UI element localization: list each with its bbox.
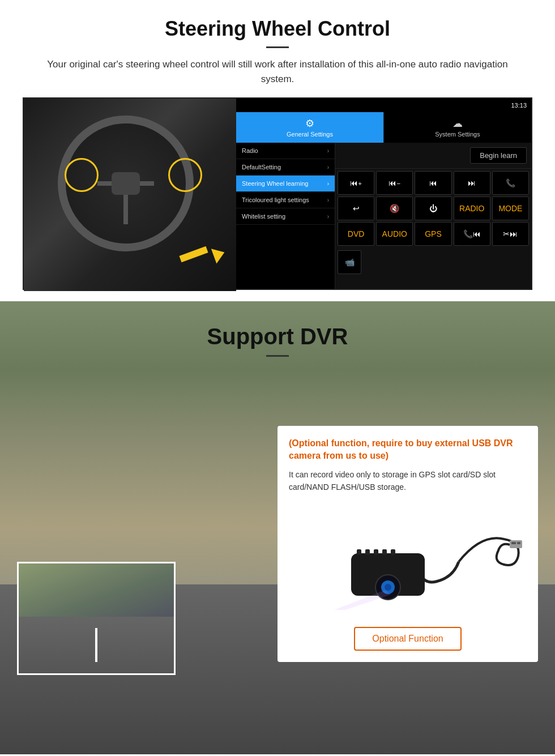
dvr-desc-text: It can record video only to storage in G… [289,468,527,494]
ctrl-radio[interactable]: RADIO [454,197,490,220]
dvr-camera-image [289,505,527,618]
svg-rect-0 [510,540,522,548]
svg-rect-9 [374,549,378,555]
indicator-arrow [180,240,225,268]
dvr-optional-text: (Optional function, require to buy exter… [289,437,527,463]
svg-rect-1 [511,542,516,544]
chevron-right-icon: › [327,181,329,187]
highlight-circle-left [65,158,99,192]
svg-rect-11 [391,549,395,555]
steering-center [112,172,140,195]
steering-title: Steering Wheel Control [23,17,532,41]
settings-body: Radio › DefaultSetting › Steering Wheel … [236,143,531,289]
svg-rect-8 [365,549,370,555]
chevron-right-icon: › [327,164,329,170]
dvr-inset-screenshot [17,562,176,675]
tab-general-settings[interactable]: ⚙ General Settings [236,112,383,143]
settings-menu: Radio › DefaultSetting › Steering Wheel … [236,143,335,289]
dvr-title-area: Support DVR [0,301,555,374]
tab-system-label: System Settings [435,131,480,138]
gear-icon: ⚙ [305,117,314,130]
ctrl-dvd[interactable]: DVD [338,222,374,246]
arrow-body [179,246,208,262]
android-mockup: 13:13 ⚙ General Settings ☁ System Settin… [23,97,532,290]
ctrl-vol-up[interactable]: ⏮+ [338,171,374,195]
steering-description: Your original car's steering wheel contr… [34,57,521,86]
menu-radio-label: Radio [242,147,258,154]
menu-default-label: DefaultSetting [242,164,281,170]
menu-item-tricolour[interactable]: Tricoloured light settings › [236,192,335,208]
highlight-circle-right [168,158,202,192]
settings-tabs[interactable]: ⚙ General Settings ☁ System Settings [236,112,531,143]
dvr-section: Support DVR (Optional function, require … [0,301,555,754]
extra-button-row: 📹 [335,248,531,276]
ctrl-gps[interactable]: GPS [415,222,451,246]
settings-content-panel: Begin learn ⏮+ ⏮− ⏮ ⏭ 📞 ↩ 🔇 ⏻ RADIO MODE [335,143,531,289]
dvr-title: Support DVR [0,324,555,349]
dvr-info-card: (Optional function, require to buy exter… [278,426,538,662]
menu-tricolour-label: Tricoloured light settings [242,197,309,203]
steering-photo [24,99,236,291]
menu-item-whitelist[interactable]: Whitelist setting › [236,208,335,225]
ctrl-power[interactable]: ⏻ [415,197,451,220]
svg-rect-7 [357,549,361,555]
menu-whitelist-label: Whitelist setting [242,213,285,220]
menu-item-default[interactable]: DefaultSetting › [236,159,335,176]
ctrl-audio[interactable]: AUDIO [376,222,413,246]
dvr-camera-svg [289,511,527,613]
svg-point-6 [385,584,391,591]
optional-function-button[interactable]: Optional Function [354,627,461,651]
ctrl-mode[interactable]: MODE [492,197,529,220]
svg-rect-2 [517,542,520,544]
dvr-divider [266,355,289,357]
arrow-head [211,245,227,263]
menu-item-radio[interactable]: Radio › [236,143,335,159]
ctrl-vol-down[interactable]: ⏮− [376,171,413,195]
chevron-right-icon: › [327,213,329,220]
steering-section: Steering Wheel Control Your original car… [0,0,555,301]
chevron-right-icon: › [327,197,329,203]
ctrl-phone[interactable]: 📞 [492,171,529,195]
status-bar: 13:13 [236,99,531,112]
ctrl-next-track[interactable]: ⏭ [454,171,490,195]
status-time: 13:13 [511,102,527,109]
inset-road-line [95,628,97,662]
begin-learn-button[interactable]: Begin learn [470,147,527,164]
tab-system-settings[interactable]: ☁ System Settings [383,112,531,143]
svg-rect-10 [382,549,387,555]
begin-learn-row: Begin learn [335,143,531,169]
chevron-right-icon: › [327,148,329,154]
wifi-icon: ☁ [452,117,463,130]
ctrl-back[interactable]: ↩ [338,197,374,220]
ctrl-prev-track[interactable]: ⏮ [415,171,451,195]
ctrl-mute[interactable]: 🔇 [376,197,413,220]
control-buttons-grid: ⏮+ ⏮− ⏮ ⏭ 📞 ↩ 🔇 ⏻ RADIO MODE DVD AUDIO G… [335,169,531,248]
android-settings-panel: 13:13 ⚙ General Settings ☁ System Settin… [236,99,531,289]
inset-road [19,617,174,673]
menu-steering-label: Steering Wheel learning [242,180,308,187]
tab-general-label: General Settings [287,131,333,138]
ctrl-extra[interactable]: 📹 [338,250,361,274]
ctrl-cut-next[interactable]: ✂⏭ [492,222,529,246]
menu-item-steering-wheel[interactable]: Steering Wheel learning › [236,176,335,192]
title-divider [266,46,289,48]
ctrl-phone-prev[interactable]: 📞⏮ [454,222,490,246]
